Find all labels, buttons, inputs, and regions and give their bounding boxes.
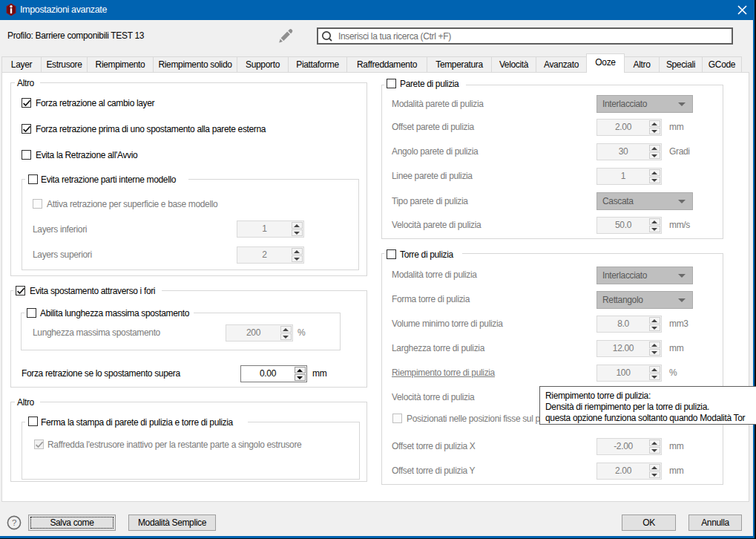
svg-text:?: ?: [12, 518, 16, 527]
